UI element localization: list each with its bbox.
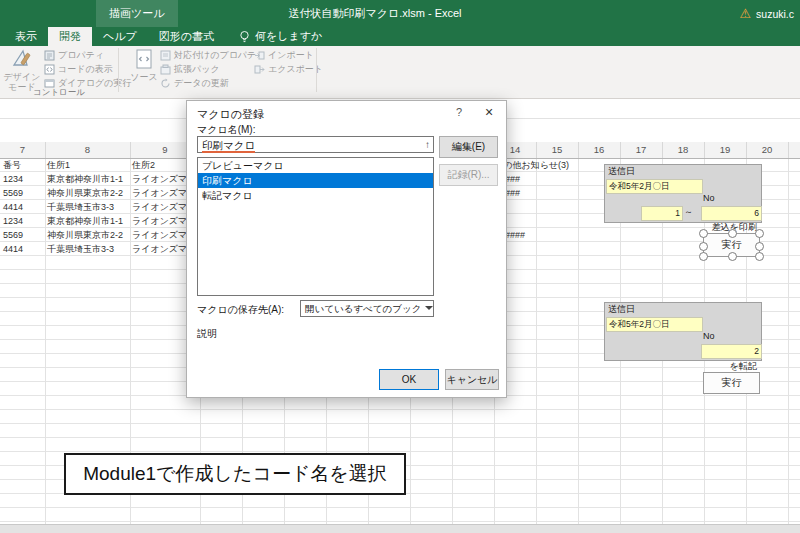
selection-handle[interactable] [755, 252, 764, 261]
run-transcribe-button[interactable]: 実行 [703, 372, 760, 394]
source-icon [133, 48, 155, 70]
table-cell[interactable]: 5569 [3, 186, 23, 200]
table-cell[interactable]: 神奈川県東京市2-2 [47, 228, 123, 242]
view-code-button[interactable]: コードの表示 [44, 63, 113, 76]
column-header[interactable]: 20 [746, 142, 789, 158]
macro-name-value: 印刷マクロ [202, 139, 255, 153]
table-header-cell[interactable]: 住所1 [47, 158, 70, 172]
table-cell[interactable]: 千葉県埼玉市3-3 [47, 200, 114, 214]
send-date-cell[interactable]: 令和5年2月〇日 [606, 179, 703, 194]
table-cell[interactable]: ライオンズマ [132, 228, 187, 242]
table-cell[interactable]: 1234 [3, 172, 23, 186]
titlebar: 描画ツール 送付状自動印刷マクロ.xlsm - Excel ⚠ suzuki.c [0, 0, 800, 27]
ribbon-divider [316, 48, 317, 92]
selection-handle[interactable] [699, 252, 708, 261]
send-block-transcribe: 送信日 令和5年2月〇日 No 2 [604, 302, 762, 361]
send-date-cell[interactable]: 令和5年2月〇日 [606, 317, 703, 332]
excel-window: 描画ツール 送付状自動印刷マクロ.xlsm - Excel ⚠ suzuki.c… [0, 0, 800, 533]
record-button[interactable]: 記録(R)... [439, 164, 498, 186]
to-number-cell[interactable]: 6 [701, 206, 762, 221]
column-header[interactable]: 15 [536, 142, 579, 158]
column-header[interactable]: 8 [45, 142, 131, 158]
table-cell[interactable]: ライオンズマ [132, 172, 187, 186]
source-button[interactable]: ソース [124, 48, 164, 94]
tab-shape-format[interactable]: 図形の書式 [148, 27, 225, 46]
macro-list-item[interactable]: 転記マクロ [198, 188, 433, 203]
table-cell[interactable]: 千葉県埼玉市3-3 [47, 242, 114, 256]
table-cell[interactable]: 4414 [3, 242, 23, 256]
column-header[interactable]: 17 [620, 142, 663, 158]
import-button[interactable]: インポート [254, 49, 314, 62]
selection-handle[interactable] [699, 242, 708, 251]
properties-icon [44, 50, 55, 61]
no-label: No [703, 330, 715, 343]
run-print-button[interactable]: 実行 [703, 233, 760, 257]
lightbulb-icon [239, 30, 250, 44]
account-area[interactable]: ⚠ suzuki.c [739, 0, 794, 27]
refresh-data-icon [160, 78, 171, 89]
table-cell[interactable]: 神奈川県東京市2-2 [47, 186, 123, 200]
export-button[interactable]: エクスポート [254, 63, 323, 76]
table-header-cell[interactable]: 住所2 [132, 158, 155, 172]
macro-list-item-selected[interactable]: 印刷マクロ [198, 173, 433, 188]
dialog-help-button[interactable]: ? [449, 106, 469, 118]
design-mode-label-1: デザイン [4, 72, 41, 82]
tell-me-box[interactable]: 何をしますか [229, 27, 332, 46]
column-header[interactable]: 19 [704, 142, 747, 158]
table-cell[interactable]: 1234 [3, 214, 23, 228]
run-print-button-label: 実行 [722, 238, 742, 252]
tab-view[interactable]: 表示 [4, 27, 48, 46]
macro-list-item[interactable]: プレビューマクロ [198, 158, 433, 173]
map-properties-label: 対応付けのプロパティ [174, 49, 265, 62]
expansion-packs-label: 拡張パック [174, 63, 220, 76]
edit-button[interactable]: 編集(E) [439, 136, 498, 158]
export-label: エクスポート [268, 63, 323, 76]
up-arrow-icon[interactable]: ↑ [425, 137, 430, 153]
macros-in-dropdown[interactable]: 開いているすべてのブック [300, 300, 434, 317]
map-properties-button[interactable]: 対応付けのプロパティ [160, 49, 265, 62]
caption-box: Module1で作成したコード名を選択 [64, 453, 406, 495]
view-code-icon [44, 64, 55, 75]
tell-me-label: 何をしますか [255, 29, 322, 44]
transcribe-action-label: を転記 [604, 360, 760, 372]
table-cell[interactable]: 東京都神奈川市1-1 [47, 214, 123, 228]
table-header-cell[interactable]: 番号 [3, 158, 21, 172]
tab-developer[interactable]: 開発 [48, 27, 92, 46]
assign-macro-dialog: マクロの登録 ? × マクロ名(M): 印刷マクロ ↑ プレビューマクロ 印刷マ… [186, 100, 507, 398]
table-cell[interactable]: ライオンズマ [132, 214, 187, 228]
properties-button[interactable]: プロパティ [44, 49, 104, 62]
macro-list[interactable]: プレビューマクロ 印刷マクロ 転記マクロ [197, 157, 434, 296]
selection-handle[interactable] [728, 229, 737, 238]
table-cell[interactable]: 4414 [3, 200, 23, 214]
table-cell[interactable]: 5569 [3, 228, 23, 242]
dialog-title: マクロの登録 [197, 107, 264, 122]
cancel-button[interactable]: キャンセル [445, 369, 499, 390]
chevron-down-icon [425, 306, 433, 310]
run-transcribe-button-label: 実行 [722, 376, 742, 390]
refresh-data-button[interactable]: データの更新 [160, 77, 229, 90]
expansion-packs-button[interactable]: 拡張パック [160, 63, 220, 76]
column-header[interactable]: 7 [0, 142, 46, 158]
column-header[interactable]: 18 [662, 142, 705, 158]
table-cell[interactable]: ライオンズマ [132, 200, 187, 214]
selection-handle[interactable] [728, 252, 737, 261]
send-date-label: 送信日 [608, 165, 635, 178]
selection-handle[interactable] [699, 229, 708, 238]
description-label: 説明 [197, 327, 217, 341]
ok-button[interactable]: OK [379, 369, 439, 390]
table-cell[interactable]: 東京都神奈川市1-1 [47, 172, 123, 186]
table-cell[interactable]: ライオンズマ [132, 242, 187, 256]
send-block-print: 送信日 令和5年2月〇日 No 1 ～ 6 [604, 164, 762, 223]
from-number-cell[interactable]: 1 [641, 206, 683, 221]
column-header[interactable]: 16 [578, 142, 621, 158]
status-bar [0, 524, 800, 533]
selection-handle[interactable] [755, 229, 764, 238]
tab-help[interactable]: ヘルプ [92, 27, 148, 46]
selection-handle[interactable] [755, 242, 764, 251]
table-cell[interactable]: ライオンズマ [132, 186, 187, 200]
dialog-close-icon[interactable]: × [477, 104, 501, 120]
design-mode-icon [11, 48, 33, 70]
value-number-cell[interactable]: 2 [701, 344, 762, 359]
import-label: インポート [268, 49, 314, 62]
macro-name-input[interactable]: 印刷マクロ ↑ [197, 136, 434, 153]
